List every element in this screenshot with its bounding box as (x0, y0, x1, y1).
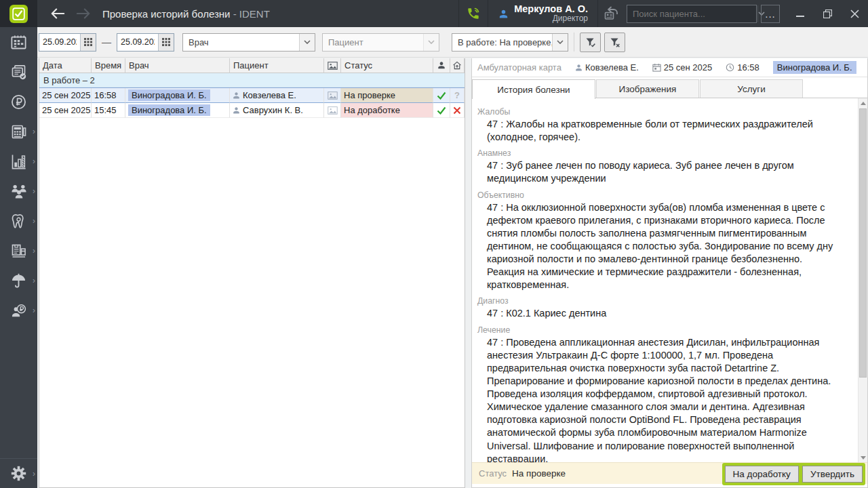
settings-gear-icon (9, 464, 28, 483)
calendar-picker-icon[interactable] (158, 34, 174, 51)
column-header-person-icon[interactable] (433, 58, 450, 73)
column-header-image-icon[interactable] (324, 58, 341, 73)
table-group-row[interactable]: В работе – 2 (39, 73, 465, 87)
sidebar-item-insurance[interactable]: › (0, 266, 37, 296)
date-to-input[interactable] (117, 34, 158, 51)
table-row[interactable]: 25 сен 2025 15:45 Виноградова И. Б. Савр… (39, 103, 465, 118)
scroll-up-icon[interactable] (859, 98, 867, 108)
sidebar-item-payments[interactable] (0, 87, 37, 117)
current-user[interactable]: Меркулов А. О. Директор (488, 3, 597, 24)
cell-cross-icon[interactable] (450, 103, 465, 118)
sidebar: › › › (0, 27, 37, 488)
forward-arrow-icon[interactable] (75, 5, 92, 22)
more-options-button[interactable]: ... (761, 5, 780, 23)
patient-filter-dropdown[interactable]: Пациент (322, 33, 439, 52)
tab-images[interactable]: Изображения (596, 79, 699, 98)
close-button[interactable] (841, 0, 868, 27)
schedule-calendar-icon (9, 33, 28, 52)
sidebar-item-salary[interactable]: › (0, 296, 37, 325)
sidebar-item-settings[interactable]: › (0, 458, 37, 488)
cell-status: На проверке (341, 88, 433, 103)
sidebar-item-cash-register[interactable]: › (0, 117, 37, 146)
section-label: Жалобы (477, 107, 837, 117)
cell-check-icon[interactable] (433, 103, 450, 118)
chevron-right-icon: › (33, 246, 35, 256)
detail-tabs: История болезни Изображения Услуги (472, 77, 867, 98)
sidebar-item-staff[interactable]: › (0, 176, 37, 206)
column-header-doctor[interactable]: Врач (125, 58, 230, 73)
patient-search (627, 5, 757, 23)
status-filter-value: В работе: На проверке,... (452, 37, 552, 47)
history-content: Жалобы 47 : Жалобы на кратковременные бо… (472, 98, 867, 462)
column-header-status[interactable]: Статус (341, 58, 433, 73)
date-to-field (117, 33, 174, 52)
status-filter-dropdown[interactable]: В работе: На проверке,... (452, 33, 568, 52)
cash-register-icon (9, 123, 28, 141)
section-text: 47 : Зуб ранее лечен по поводу кариеса. … (487, 159, 837, 185)
rework-button[interactable]: На доработку (725, 466, 799, 483)
section-label: Анамнез (477, 148, 837, 158)
section-text: 47 : Проведена аппликационная анестезия … (487, 336, 837, 463)
payments-ruble-icon (9, 93, 28, 111)
date-from-input[interactable] (39, 34, 80, 51)
user-name: Меркулов А. О. (514, 3, 588, 15)
restore-button[interactable] (814, 0, 841, 27)
column-header-patient[interactable]: Пациент (230, 58, 324, 73)
apply-filter-button[interactable] (580, 33, 601, 52)
cell-patient: Саврухин К. В. (230, 103, 324, 118)
phone-icon[interactable] (459, 5, 488, 22)
patient-filter-value: Пациент (323, 37, 423, 47)
cell-check-icon[interactable] (433, 88, 450, 103)
back-arrow-icon[interactable] (50, 5, 66, 22)
chevron-right-icon: › (33, 306, 35, 315)
person-icon (575, 64, 583, 72)
tab-services[interactable]: Услуги (700, 79, 803, 98)
column-header-home-icon[interactable] (450, 58, 465, 73)
sidebar-item-warehouse[interactable]: › (0, 236, 37, 266)
calendar-icon (652, 63, 661, 72)
vertical-scrollbar[interactable] (858, 98, 867, 462)
column-header-date[interactable]: Дата (39, 58, 92, 73)
section-label: Диагноз (477, 296, 837, 306)
app-window: Проверка историй болезни - IDENT Меркуло… (0, 0, 868, 488)
status-value: На проверке (512, 468, 566, 479)
section-text: 47 : К02.1 Кариес дентина (487, 307, 837, 320)
page-title: Проверка историй болезни - IDENT (102, 8, 270, 20)
sidebar-item-records-check[interactable] (0, 57, 37, 87)
titlebar: Проверка историй болезни - IDENT Меркуло… (0, 0, 868, 27)
filter-bar: — Врач Пациент В работе: На проверке,... (37, 27, 868, 58)
calendar-picker-icon[interactable] (80, 34, 96, 51)
cell-image-icon[interactable] (324, 88, 341, 103)
cell-question-icon[interactable]: ? (450, 88, 465, 103)
cell-image-icon[interactable] (324, 103, 341, 118)
section-label: Лечение (477, 325, 837, 335)
clear-filter-button[interactable] (604, 33, 625, 52)
cell-status: На доработке (341, 103, 433, 118)
doctor-filter-dropdown[interactable]: Врач (182, 33, 315, 52)
scrollbar-thumb[interactable] (859, 108, 867, 378)
sidebar-item-reports[interactable]: › (0, 146, 37, 176)
minimize-button[interactable] (787, 0, 814, 27)
person-icon (233, 106, 240, 115)
chevron-right-icon: › (33, 276, 35, 285)
patient-search-input[interactable] (627, 9, 757, 19)
table-row[interactable]: 25 сен 2025 16:58 Виноградова И. Б. Ковз… (39, 87, 465, 103)
tab-history[interactable]: История болезни (472, 79, 595, 99)
scroll-down-icon[interactable] (859, 453, 867, 462)
column-header-time[interactable]: Время (92, 58, 125, 73)
user-role: Директор (514, 14, 588, 24)
approve-button[interactable]: Утвердить (802, 466, 863, 483)
detail-status-bar: Статус На проверке На доработку Утвердит… (472, 462, 867, 484)
cell-date: 25 сен 2025 (39, 103, 92, 118)
chevron-right-icon: › (33, 157, 35, 166)
sidebar-item-dental[interactable]: › (0, 206, 37, 236)
reports-chart-icon (9, 152, 28, 171)
tooth-icon (9, 212, 28, 230)
patient-card-return-icon[interactable] (598, 5, 625, 22)
card-type-label: Амбулаторная карта (477, 62, 561, 73)
section-label: Объективно (477, 190, 837, 200)
divider (574, 33, 574, 52)
sidebar-item-schedule[interactable] (0, 27, 37, 57)
detail-patient: Ковзелева Е. (575, 62, 639, 73)
detail-header: Амбулаторная карта Ковзелева Е. 25 сен 2… (472, 58, 867, 77)
